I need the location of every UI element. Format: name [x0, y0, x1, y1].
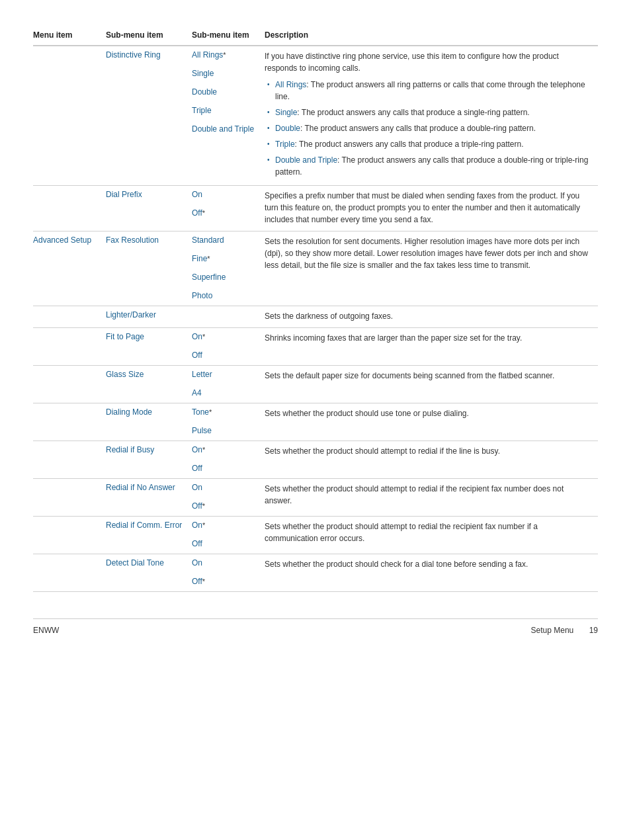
submenu2-option[interactable]: Photo	[192, 291, 212, 300]
table-row: Detect Dial ToneOnOff*Sets whether the p…	[33, 554, 598, 592]
table-row: Fit to PageOn*OffShrinks incoming faxes …	[33, 328, 598, 366]
submenu2-option[interactable]: Fine	[192, 254, 207, 263]
cell-submenu2: All Rings*SingleDoubleTripleDouble and T…	[192, 46, 265, 186]
cell-menu	[33, 306, 106, 328]
cell-menu	[33, 186, 106, 231]
submenu2-option[interactable]: All Rings	[192, 50, 223, 60]
cell-description: Sets whether the product should attempt …	[265, 479, 598, 517]
cell-description: Shrinks incoming faxes that are larger t…	[265, 328, 598, 366]
submenu2-option[interactable]: Standard	[192, 235, 224, 245]
submenu2-option[interactable]: Double	[192, 87, 217, 97]
default-asterisk: *	[202, 502, 205, 510]
submenu2-option[interactable]: Triple	[192, 106, 212, 115]
description-text: Sets whether the product should attempt …	[265, 483, 593, 507]
submenu2-option[interactable]: Letter	[192, 370, 212, 379]
footer-enww: ENWW	[33, 626, 59, 635]
cell-submenu2: On*Off	[192, 441, 265, 479]
cell-submenu2: On*Off	[192, 517, 265, 554]
header-submenu1: Sub-menu item	[106, 26, 192, 46]
footer-page-number: 19	[589, 626, 598, 635]
submenu2-option[interactable]: On	[192, 483, 202, 492]
submenu2-option[interactable]: A4	[192, 388, 202, 398]
menu-link[interactable]: Advanced Setup	[33, 235, 91, 245]
cell-description: Sets whether the product should use tone…	[265, 403, 598, 441]
bullet-item: Double and Triple: The product answers a…	[265, 152, 593, 180]
bullet-term: All Rings	[275, 80, 306, 89]
cell-submenu1: Redial if Comm. Error	[106, 517, 192, 554]
submenu2-option[interactable]: Superfine	[192, 273, 226, 282]
table-row: Redial if No AnswerOnOff*Sets whether th…	[33, 479, 598, 517]
cell-menu	[33, 479, 106, 517]
description-text: Sets whether the product should attempt …	[265, 445, 593, 457]
cell-submenu1: Distinctive Ring	[106, 46, 192, 186]
cell-submenu1: Redial if No Answer	[106, 479, 192, 517]
default-asterisk: *	[202, 209, 205, 217]
cell-description: Sets whether the product should check fo…	[265, 554, 598, 592]
cell-submenu1: Detect Dial Tone	[106, 554, 192, 592]
cell-submenu2: OnOff*	[192, 186, 265, 231]
cell-submenu2: OnOff*	[192, 479, 265, 517]
submenu2-option[interactable]: Single	[192, 69, 214, 78]
default-asterisk: *	[202, 333, 205, 341]
table-row: Lighter/DarkerSets the darkness of outgo…	[33, 306, 598, 328]
description-text: Specifies a prefix number that must be d…	[265, 190, 593, 226]
bullet-item: Single: The product answers any calls th…	[265, 105, 593, 120]
cell-menu	[33, 441, 106, 479]
submenu1-link[interactable]: Redial if Comm. Error	[106, 521, 182, 530]
table-row: Redial if BusyOn*OffSets whether the pro…	[33, 441, 598, 479]
bullet-term: Triple	[275, 140, 295, 149]
submenu1-link[interactable]: Dialing Mode	[106, 407, 152, 417]
cell-submenu1: Redial if Busy	[106, 441, 192, 479]
default-asterisk: *	[202, 521, 205, 529]
submenu1-link[interactable]: Glass Size	[106, 370, 144, 379]
cell-menu	[33, 328, 106, 366]
submenu1-link[interactable]: Fit to Page	[106, 332, 144, 341]
description-text: Sets whether the product should check fo…	[265, 558, 593, 570]
submenu1-link[interactable]: Detect Dial Tone	[106, 558, 164, 567]
submenu2-option[interactable]: On	[192, 332, 202, 341]
submenu2-option[interactable]: Pulse	[192, 426, 212, 435]
submenu2-option[interactable]: Off	[192, 351, 202, 360]
cell-menu	[33, 46, 106, 186]
submenu1-link[interactable]: Redial if No Answer	[106, 483, 175, 492]
description-text: Sets whether the product should use tone…	[265, 407, 593, 419]
submenu2-option[interactable]: Double and Triple	[192, 124, 254, 134]
submenu1-link[interactable]: Dial Prefix	[106, 190, 142, 199]
submenu2-option[interactable]: On	[192, 190, 202, 199]
table-row: Dialing ModeTone*PulseSets whether the p…	[33, 403, 598, 441]
cell-submenu1: Fit to Page	[106, 328, 192, 366]
submenu2-option[interactable]: Off	[192, 539, 202, 548]
submenu2-option[interactable]: On	[192, 521, 202, 530]
table-row: Advanced SetupFax ResolutionStandardFine…	[33, 231, 598, 306]
default-asterisk: *	[202, 446, 205, 454]
default-asterisk: *	[207, 255, 210, 263]
submenu2-option[interactable]: On	[192, 558, 202, 567]
bullet-item: All Rings: The product answers all ring …	[265, 77, 593, 105]
description-text: Sets the darkness of outgoing faxes.	[265, 310, 593, 322]
submenu2-option[interactable]: Tone	[192, 407, 209, 417]
submenu2-option[interactable]: Off	[192, 208, 202, 218]
submenu1-link[interactable]: Lighter/Darker	[106, 310, 156, 319]
cell-submenu2: StandardFine*SuperfinePhoto	[192, 231, 265, 306]
submenu2-option[interactable]: Off	[192, 501, 202, 511]
footer: ENWW Setup Menu 19	[33, 618, 598, 635]
cell-description: Sets the default paper size for document…	[265, 366, 598, 403]
cell-submenu1: Dial Prefix	[106, 186, 192, 231]
cell-submenu2: Tone*Pulse	[192, 403, 265, 441]
submenu1-link[interactable]: Distinctive Ring	[106, 50, 161, 60]
cell-description: Sets the darkness of outgoing faxes.	[265, 306, 598, 328]
bullet-term: Double	[275, 124, 300, 133]
submenu2-option[interactable]: On	[192, 445, 202, 454]
header-submenu2: Sub-menu item	[192, 26, 265, 46]
header-menu: Menu item	[33, 26, 106, 46]
cell-description: Sets the resolution for sent documents. …	[265, 231, 598, 306]
submenu1-link[interactable]: Fax Resolution	[106, 235, 159, 245]
bullet-list: All Rings: The product answers all ring …	[265, 74, 593, 180]
cell-description: Sets whether the product should attempt …	[265, 441, 598, 479]
submenu1-link[interactable]: Redial if Busy	[106, 445, 154, 454]
submenu2-option[interactable]: Off	[192, 464, 202, 473]
default-asterisk: *	[202, 577, 205, 585]
submenu2-option[interactable]: Off	[192, 577, 202, 586]
description-text: If you have distinctive ring phone servi…	[265, 50, 593, 74]
table-row: Redial if Comm. ErrorOn*OffSets whether …	[33, 517, 598, 554]
